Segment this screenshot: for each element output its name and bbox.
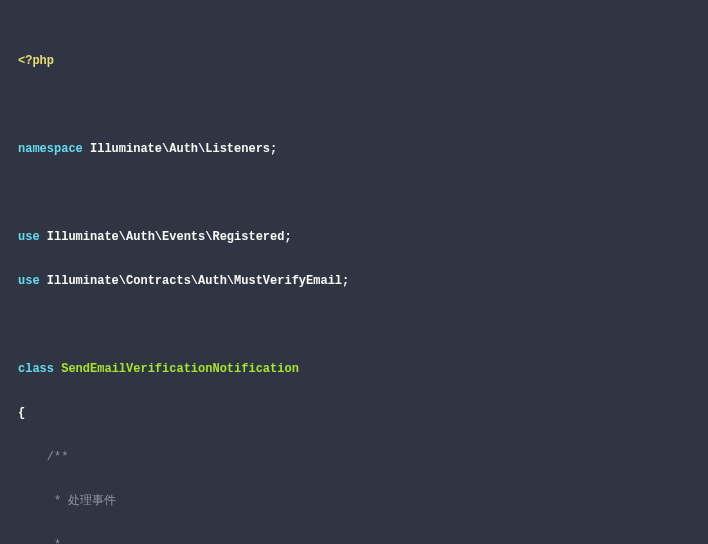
namespace-value: Illuminate\Auth\Listeners;	[83, 142, 277, 156]
code-line: class SendEmailVerificationNotification	[18, 358, 690, 380]
use-path: Illuminate\Contracts\Auth\MustVerifyEmai…	[40, 274, 350, 288]
php-code-block: <?php namespace Illuminate\Auth\Listener…	[0, 0, 708, 544]
namespace-keyword: namespace	[18, 142, 83, 156]
use-path: Illuminate\Auth\Events\Registered;	[40, 230, 292, 244]
code-line: use Illuminate\Contracts\Auth\MustVerify…	[18, 270, 690, 292]
code-line: use Illuminate\Auth\Events\Registered;	[18, 226, 690, 248]
php-open-tag: <?php	[18, 54, 54, 68]
code-line	[18, 94, 690, 116]
code-line	[18, 314, 690, 336]
use-keyword: use	[18, 274, 40, 288]
code-line: {	[18, 402, 690, 424]
doc-comment: /**	[18, 446, 690, 468]
code-line: <?php	[18, 50, 690, 72]
open-brace: {	[18, 406, 25, 420]
class-name: SendEmailVerificationNotification	[54, 362, 299, 376]
doc-comment: *	[18, 534, 690, 544]
class-keyword: class	[18, 362, 54, 376]
use-keyword: use	[18, 230, 40, 244]
code-line: namespace Illuminate\Auth\Listeners;	[18, 138, 690, 160]
code-line	[18, 182, 690, 204]
doc-comment: * 处理事件	[18, 490, 690, 512]
